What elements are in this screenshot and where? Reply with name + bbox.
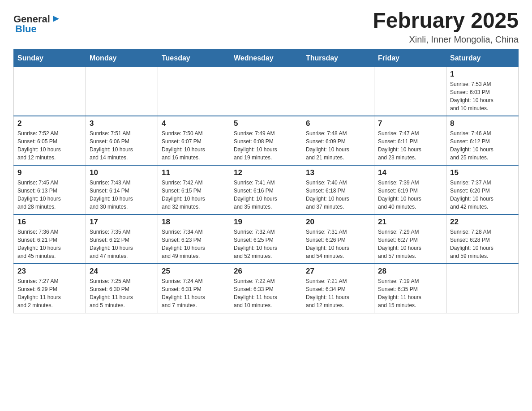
day-number: 20 — [306, 218, 370, 227]
calendar-cell: 5Sunrise: 7:49 AMSunset: 6:08 PMDaylight… — [230, 116, 302, 165]
calendar-week-row: 16Sunrise: 7:36 AMSunset: 6:21 PMDayligh… — [14, 214, 519, 264]
logo-arrow-icon — [51, 14, 61, 24]
day-number: 16 — [17, 218, 82, 227]
day-info: Sunrise: 7:34 AMSunset: 6:23 PMDaylight:… — [162, 228, 226, 260]
day-number: 6 — [306, 119, 370, 128]
calendar-cell: 27Sunrise: 7:21 AMSunset: 6:34 PMDayligh… — [302, 264, 374, 313]
day-number: 23 — [17, 267, 82, 276]
day-number: 22 — [450, 218, 515, 227]
day-number: 17 — [90, 218, 154, 227]
day-info: Sunrise: 7:21 AMSunset: 6:34 PMDaylight:… — [306, 277, 370, 309]
title-block: February 2025 Xinli, Inner Mongolia, Chi… — [373, 9, 519, 45]
calendar-week-row: 1Sunrise: 7:53 AMSunset: 6:03 PMDaylight… — [14, 67, 519, 116]
calendar-cell: 28Sunrise: 7:19 AMSunset: 6:35 PMDayligh… — [374, 264, 446, 313]
page-header: General Blue February 2025 Xinli, Inner … — [13, 9, 519, 45]
day-info: Sunrise: 7:36 AMSunset: 6:21 PMDaylight:… — [17, 228, 82, 260]
day-number: 2 — [17, 119, 82, 128]
calendar-cell: 2Sunrise: 7:52 AMSunset: 6:05 PMDaylight… — [14, 116, 86, 165]
day-info: Sunrise: 7:39 AMSunset: 6:19 PMDaylight:… — [378, 179, 442, 211]
day-info: Sunrise: 7:37 AMSunset: 6:20 PMDaylight:… — [450, 179, 515, 211]
logo: General Blue — [13, 13, 61, 35]
day-number: 1 — [450, 70, 515, 79]
day-number: 18 — [162, 218, 226, 227]
day-info: Sunrise: 7:46 AMSunset: 6:12 PMDaylight:… — [450, 129, 515, 162]
day-info: Sunrise: 7:48 AMSunset: 6:09 PMDaylight:… — [306, 129, 370, 162]
day-of-week-header: Friday — [374, 49, 446, 67]
day-info: Sunrise: 7:51 AMSunset: 6:06 PMDaylight:… — [90, 129, 154, 162]
calendar-cell — [158, 67, 230, 116]
calendar-cell — [302, 67, 374, 116]
day-number: 24 — [90, 267, 154, 276]
calendar-cell — [446, 264, 519, 313]
day-number: 5 — [234, 119, 298, 128]
day-number: 7 — [378, 119, 442, 128]
calendar-cell: 17Sunrise: 7:35 AMSunset: 6:22 PMDayligh… — [86, 214, 158, 264]
calendar-header-row: SundayMondayTuesdayWednesdayThursdayFrid… — [14, 49, 519, 67]
day-info: Sunrise: 7:49 AMSunset: 6:08 PMDaylight:… — [234, 129, 298, 162]
day-number: 10 — [90, 168, 154, 177]
day-info: Sunrise: 7:50 AMSunset: 6:07 PMDaylight:… — [162, 129, 226, 162]
day-info: Sunrise: 7:45 AMSunset: 6:13 PMDaylight:… — [17, 179, 82, 211]
day-info: Sunrise: 7:35 AMSunset: 6:22 PMDaylight:… — [90, 228, 154, 260]
day-number: 12 — [234, 168, 298, 177]
day-info: Sunrise: 7:19 AMSunset: 6:35 PMDaylight:… — [378, 277, 442, 309]
calendar-cell: 3Sunrise: 7:51 AMSunset: 6:06 PMDaylight… — [86, 116, 158, 165]
calendar-cell: 18Sunrise: 7:34 AMSunset: 6:23 PMDayligh… — [158, 214, 230, 264]
day-number: 26 — [234, 267, 298, 276]
calendar-week-row: 23Sunrise: 7:27 AMSunset: 6:29 PMDayligh… — [14, 264, 519, 313]
calendar-cell: 23Sunrise: 7:27 AMSunset: 6:29 PMDayligh… — [14, 264, 86, 313]
day-info: Sunrise: 7:41 AMSunset: 6:16 PMDaylight:… — [234, 179, 298, 211]
day-info: Sunrise: 7:22 AMSunset: 6:33 PMDaylight:… — [234, 277, 298, 309]
calendar-cell: 7Sunrise: 7:47 AMSunset: 6:11 PMDaylight… — [374, 116, 446, 165]
day-number: 3 — [90, 119, 154, 128]
day-number: 9 — [17, 168, 82, 177]
day-of-week-header: Tuesday — [158, 49, 230, 67]
calendar-cell — [374, 67, 446, 116]
day-info: Sunrise: 7:32 AMSunset: 6:25 PMDaylight:… — [234, 228, 298, 260]
calendar-cell: 21Sunrise: 7:29 AMSunset: 6:27 PMDayligh… — [374, 214, 446, 264]
calendar-cell: 11Sunrise: 7:42 AMSunset: 6:15 PMDayligh… — [158, 165, 230, 214]
calendar-cell: 26Sunrise: 7:22 AMSunset: 6:33 PMDayligh… — [230, 264, 302, 313]
calendar-week-row: 2Sunrise: 7:52 AMSunset: 6:05 PMDaylight… — [14, 116, 519, 165]
calendar-cell: 8Sunrise: 7:46 AMSunset: 6:12 PMDaylight… — [446, 116, 519, 165]
calendar-cell: 14Sunrise: 7:39 AMSunset: 6:19 PMDayligh… — [374, 165, 446, 214]
calendar-week-row: 9Sunrise: 7:45 AMSunset: 6:13 PMDaylight… — [14, 165, 519, 214]
calendar-cell — [230, 67, 302, 116]
day-of-week-header: Thursday — [302, 49, 374, 67]
calendar-cell: 20Sunrise: 7:31 AMSunset: 6:26 PMDayligh… — [302, 214, 374, 264]
calendar-cell: 12Sunrise: 7:41 AMSunset: 6:16 PMDayligh… — [230, 165, 302, 214]
calendar-cell: 4Sunrise: 7:50 AMSunset: 6:07 PMDaylight… — [158, 116, 230, 165]
day-number: 19 — [234, 218, 298, 227]
calendar-cell: 9Sunrise: 7:45 AMSunset: 6:13 PMDaylight… — [14, 165, 86, 214]
calendar-cell: 16Sunrise: 7:36 AMSunset: 6:21 PMDayligh… — [14, 214, 86, 264]
day-info: Sunrise: 7:53 AMSunset: 6:03 PMDaylight:… — [450, 80, 515, 112]
day-of-week-header: Saturday — [446, 49, 519, 67]
day-info: Sunrise: 7:25 AMSunset: 6:30 PMDaylight:… — [90, 277, 154, 309]
day-number: 28 — [378, 267, 442, 276]
day-of-week-header: Sunday — [14, 49, 86, 67]
day-number: 4 — [162, 119, 226, 128]
day-info: Sunrise: 7:31 AMSunset: 6:26 PMDaylight:… — [306, 228, 370, 260]
calendar-cell: 19Sunrise: 7:32 AMSunset: 6:25 PMDayligh… — [230, 214, 302, 264]
day-info: Sunrise: 7:52 AMSunset: 6:05 PMDaylight:… — [17, 129, 82, 162]
calendar-cell — [86, 67, 158, 116]
day-number: 14 — [378, 168, 442, 177]
day-info: Sunrise: 7:27 AMSunset: 6:29 PMDaylight:… — [17, 277, 82, 309]
day-number: 13 — [306, 168, 370, 177]
calendar-cell: 13Sunrise: 7:40 AMSunset: 6:18 PMDayligh… — [302, 165, 374, 214]
calendar-cell: 15Sunrise: 7:37 AMSunset: 6:20 PMDayligh… — [446, 165, 519, 214]
calendar-cell: 25Sunrise: 7:24 AMSunset: 6:31 PMDayligh… — [158, 264, 230, 313]
month-title: February 2025 — [373, 9, 519, 33]
calendar-cell: 1Sunrise: 7:53 AMSunset: 6:03 PMDaylight… — [446, 67, 519, 116]
calendar-cell: 24Sunrise: 7:25 AMSunset: 6:30 PMDayligh… — [86, 264, 158, 313]
day-number: 25 — [162, 267, 226, 276]
calendar: SundayMondayTuesdayWednesdayThursdayFrid… — [13, 49, 519, 313]
day-of-week-header: Monday — [86, 49, 158, 67]
day-info: Sunrise: 7:40 AMSunset: 6:18 PMDaylight:… — [306, 179, 370, 211]
day-info: Sunrise: 7:42 AMSunset: 6:15 PMDaylight:… — [162, 179, 226, 211]
day-info: Sunrise: 7:29 AMSunset: 6:27 PMDaylight:… — [378, 228, 442, 260]
day-info: Sunrise: 7:24 AMSunset: 6:31 PMDaylight:… — [162, 277, 226, 309]
day-number: 15 — [450, 168, 515, 177]
calendar-cell: 22Sunrise: 7:28 AMSunset: 6:28 PMDayligh… — [446, 214, 519, 264]
location: Xinli, Inner Mongolia, China — [373, 34, 519, 45]
